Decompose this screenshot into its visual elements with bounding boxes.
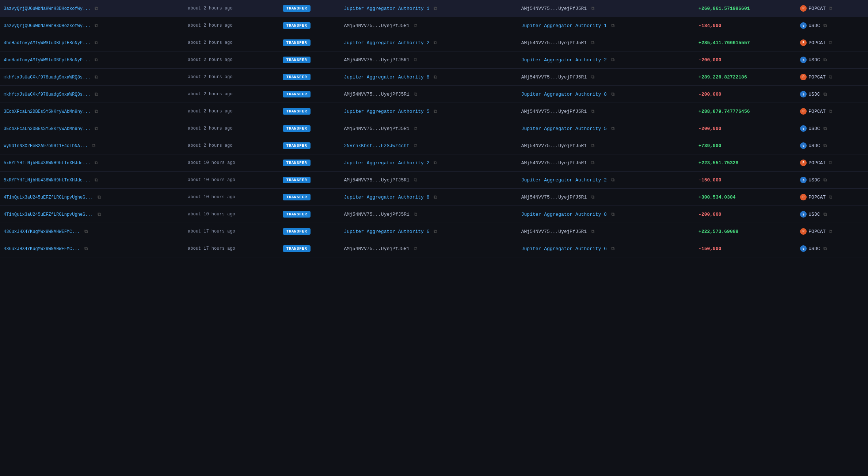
copy-hash-icon[interactable]: ⧉ [98, 212, 103, 217]
tx-hash-link[interactable]: 5xRYFYHfiNjbHU436WNH9htTnXHJde... [4, 161, 91, 166]
tx-hash-link[interactable]: 3EcbXFcaLn2DBEsSY5kKryWAbMn9ny... [4, 109, 91, 114]
copy-hash-icon[interactable]: ⧉ [95, 160, 100, 165]
copy-from-icon[interactable]: ⧉ [414, 126, 419, 131]
copy-from-icon[interactable]: ⧉ [414, 212, 419, 217]
copy-token-icon[interactable]: ⧉ [823, 212, 829, 217]
from-address-link[interactable]: Jupiter Aggregator Authority 8 [344, 195, 429, 200]
copy-from-icon[interactable]: ⧉ [434, 229, 439, 234]
tx-hash-link[interactable]: 3EcbXFcaLn2DBEsSY5kKryWAbMn9ny... [4, 126, 91, 131]
copy-token-icon[interactable]: ⧉ [823, 23, 829, 28]
copy-token-icon[interactable]: ⧉ [829, 6, 834, 11]
tx-hash-link[interactable]: 4hnHadfnvyAMfyWWStuDBFptH8nNyP... [4, 58, 91, 63]
copy-hash-icon[interactable]: ⧉ [95, 109, 100, 114]
copy-hash-icon[interactable]: ⧉ [95, 57, 100, 62]
transfer-badge[interactable]: TRANSFER [283, 22, 311, 29]
copy-token-icon[interactable]: ⧉ [829, 74, 834, 80]
transfer-badge[interactable]: TRANSFER [283, 245, 311, 252]
copy-from-icon[interactable]: ⧉ [434, 160, 439, 165]
tx-hash-link[interactable]: 3azvyQrjQU6uWbNaHWrH3DHozkofWy... [4, 6, 91, 11]
transfer-badge[interactable]: TRANSFER [283, 74, 311, 80]
copy-hash-icon[interactable]: ⧉ [98, 195, 103, 200]
copy-to-icon[interactable]: ⧉ [591, 229, 596, 234]
from-address-link[interactable]: Jupiter Aggregator Authority 5 [344, 109, 429, 114]
from-address-link[interactable]: Jupiter Aggregator Authority 6 [344, 229, 429, 234]
from-address-link[interactable]: 2NVrnkKbst...FzSJwz4chf [344, 143, 409, 149]
tx-hash-link[interactable]: mkhYtxJsUaCXkf978uadgSnxaWRQ8s... [4, 75, 91, 80]
transfer-badge[interactable]: TRANSFER [283, 160, 311, 166]
to-address-link[interactable]: Jupiter Aggregator Authority 6 [521, 246, 607, 252]
copy-hash-icon[interactable]: ⧉ [84, 246, 90, 251]
to-address-link[interactable]: Jupiter Aggregator Authority 1 [521, 23, 607, 28]
tx-hash-link[interactable]: Wy9d1nN3X2HeB2A97b99t1E4oLbNA... [4, 143, 88, 149]
transfer-badge[interactable]: TRANSFER [283, 5, 311, 12]
copy-to-icon[interactable]: ⧉ [591, 74, 596, 80]
copy-from-icon[interactable]: ⧉ [414, 143, 419, 148]
copy-token-icon[interactable]: ⧉ [823, 126, 829, 131]
copy-to-icon[interactable]: ⧉ [591, 40, 596, 45]
tx-hash-link[interactable]: 4T1nQuix3aU245uEFZfLRGLnpvUgheG... [4, 195, 93, 200]
tx-hash-link[interactable]: 436uxJHX4YKugMWx9WNAHWEFMC... [4, 246, 80, 252]
copy-hash-icon[interactable]: ⧉ [95, 23, 100, 28]
copy-token-icon[interactable]: ⧉ [829, 229, 834, 234]
tx-hash-link[interactable]: mkhYtxJsUaCXkf978uadgSnxaWRQ8s... [4, 92, 91, 97]
to-address-link[interactable]: Jupiter Aggregator Authority 8 [521, 92, 607, 97]
copy-from-icon[interactable]: ⧉ [434, 74, 439, 80]
copy-to-icon[interactable]: ⧉ [611, 246, 616, 251]
copy-to-icon[interactable]: ⧉ [591, 6, 596, 11]
copy-hash-icon[interactable]: ⧉ [95, 6, 100, 11]
tx-hash-link[interactable]: 436uxJHX4YKugMWx9WNAHWEFMC... [4, 229, 80, 234]
to-address-link[interactable]: Jupiter Aggregator Authority 5 [521, 126, 607, 131]
copy-token-icon[interactable]: ⧉ [829, 195, 834, 200]
copy-token-icon[interactable]: ⧉ [829, 40, 834, 45]
copy-from-icon[interactable]: ⧉ [434, 109, 439, 114]
copy-to-icon[interactable]: ⧉ [591, 195, 596, 200]
copy-token-icon[interactable]: ⧉ [829, 109, 834, 114]
copy-from-icon[interactable]: ⧉ [414, 177, 419, 183]
copy-to-icon[interactable]: ⧉ [611, 126, 616, 131]
transfer-badge[interactable]: TRANSFER [283, 228, 311, 235]
copy-token-icon[interactable]: ⧉ [823, 177, 829, 183]
copy-hash-icon[interactable]: ⧉ [84, 229, 90, 234]
transfer-badge[interactable]: TRANSFER [283, 108, 311, 115]
copy-to-icon[interactable]: ⧉ [591, 160, 596, 165]
transfer-badge[interactable]: TRANSFER [283, 91, 311, 97]
copy-hash-icon[interactable]: ⧉ [95, 177, 100, 183]
transfer-badge[interactable]: TRANSFER [283, 125, 311, 132]
transfer-badge[interactable]: TRANSFER [283, 57, 311, 63]
copy-hash-icon[interactable]: ⧉ [92, 143, 97, 148]
transfer-badge[interactable]: TRANSFER [283, 177, 311, 183]
tx-hash-link[interactable]: 3azvyQrjQU6uWbNaHWrH3DHozkofWy... [4, 23, 91, 28]
copy-hash-icon[interactable]: ⧉ [95, 126, 100, 131]
transfer-badge[interactable]: TRANSFER [283, 194, 311, 200]
from-address-link[interactable]: Jupiter Aggregator Authority 2 [344, 160, 429, 166]
from-address-link[interactable]: Jupiter Aggregator Authority 8 [344, 74, 429, 80]
from-address-link[interactable]: Jupiter Aggregator Authority 2 [344, 40, 429, 46]
copy-from-icon[interactable]: ⧉ [434, 6, 439, 11]
copy-to-icon[interactable]: ⧉ [611, 23, 616, 28]
copy-token-icon[interactable]: ⧉ [823, 57, 829, 62]
copy-to-icon[interactable]: ⧉ [611, 92, 616, 97]
tx-hash-link[interactable]: 4hnHadfnvyAMfyWWStuDBFptH8nNyP... [4, 41, 91, 46]
copy-hash-icon[interactable]: ⧉ [95, 40, 100, 45]
copy-token-icon[interactable]: ⧉ [823, 92, 829, 97]
copy-to-icon[interactable]: ⧉ [591, 143, 596, 148]
tx-hash-link[interactable]: 5xRYFYHfiNjbHU436WNH9htTnXHJde... [4, 178, 91, 183]
copy-to-icon[interactable]: ⧉ [611, 212, 616, 217]
transfer-badge[interactable]: TRANSFER [283, 142, 311, 149]
copy-from-icon[interactable]: ⧉ [414, 57, 419, 62]
from-address-link[interactable]: Jupiter Aggregator Authority 1 [344, 6, 429, 11]
tx-hash-link[interactable]: 4T1nQuix3aU245uEFZfLRGLnpvUgheG... [4, 212, 93, 217]
copy-token-icon[interactable]: ⧉ [823, 143, 829, 148]
copy-from-icon[interactable]: ⧉ [414, 92, 419, 97]
to-address-link[interactable]: Jupiter Aggregator Authority 2 [521, 57, 607, 63]
to-address-link[interactable]: Jupiter Aggregator Authority 2 [521, 177, 607, 183]
copy-token-icon[interactable]: ⧉ [829, 160, 834, 165]
copy-hash-icon[interactable]: ⧉ [95, 74, 100, 80]
copy-from-icon[interactable]: ⧉ [434, 40, 439, 45]
copy-to-icon[interactable]: ⧉ [611, 177, 616, 183]
copy-hash-icon[interactable]: ⧉ [95, 92, 100, 97]
copy-to-icon[interactable]: ⧉ [591, 109, 596, 114]
copy-from-icon[interactable]: ⧉ [434, 195, 439, 200]
copy-from-icon[interactable]: ⧉ [414, 23, 419, 28]
transfer-badge[interactable]: TRANSFER [283, 39, 311, 46]
